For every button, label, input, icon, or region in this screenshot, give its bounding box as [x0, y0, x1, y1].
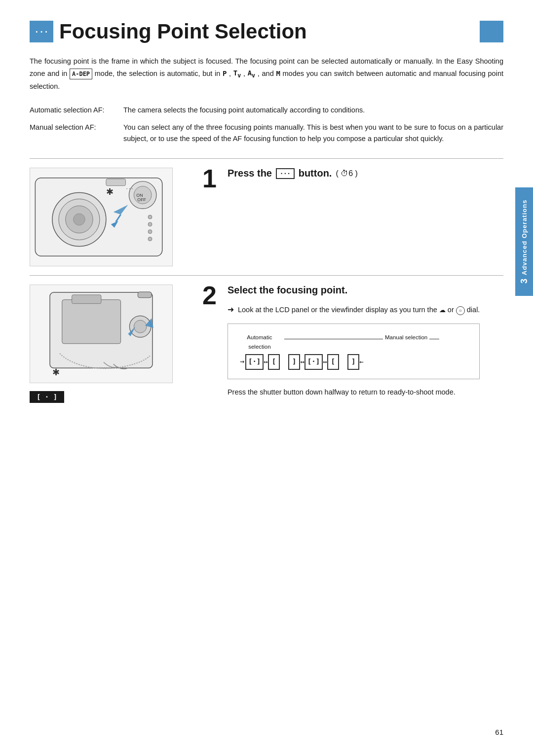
focus-seq-sep2: ↔	[300, 356, 304, 368]
select-focusing-point-label: Select the focusing point.	[228, 285, 347, 296]
mode-m: M	[276, 68, 280, 80]
page-number: 61	[495, 728, 503, 736]
focus-seq-sep1: ↔	[264, 356, 267, 368]
af-row-manual: Manual selection AF: You can select any …	[30, 122, 503, 144]
svg-rect-20	[62, 300, 121, 344]
mode-av: Av	[248, 68, 255, 81]
dial-thumb-icon: ☁	[439, 306, 446, 314]
step-2-body: ➜ Look at the LCD panel or the viewfinde…	[228, 303, 480, 398]
focus-seq-arrow: →	[240, 356, 244, 368]
step-1-content: 1 Press the ··· button. ( ⏱6 )	[202, 168, 503, 266]
svg-point-4	[74, 214, 85, 226]
focus-seq-sep3: ↔	[323, 356, 327, 368]
step-1-heading: Press the ··· button. ( ⏱6 )	[228, 168, 358, 179]
af-auto-label: Automatic selection AF:	[30, 105, 123, 116]
sidebar-label: Advanced Operations	[521, 200, 528, 275]
step-2-row: ✱ [ · ]	[30, 275, 503, 414]
step-2-camera-image: ✱	[30, 285, 173, 383]
af-row-automatic: Automatic selection AF: The camera selec…	[30, 105, 503, 116]
af-types-table: Automatic selection AF: The camera selec…	[30, 105, 503, 145]
svg-text:OFF: OFF	[137, 198, 146, 203]
mode-p: P	[223, 68, 227, 80]
auto-selection-label: Automatic selection	[240, 333, 279, 352]
focus-seq-right: [	[327, 354, 339, 370]
or-text: or	[448, 306, 456, 314]
af-manual-desc: You can select any of the three focusing…	[123, 122, 503, 144]
step-2-number: 2	[202, 283, 217, 308]
step-2-image-col: ✱ [ · ]	[30, 285, 188, 405]
focus-seq-left2: ]	[288, 354, 300, 370]
svg-point-23	[134, 321, 147, 333]
bottom-instruction: Press the shutter button down halfway to…	[228, 386, 480, 398]
svg-point-13	[148, 237, 152, 241]
button-label: button.	[299, 168, 332, 179]
af-button-icon: ···	[276, 168, 295, 179]
focus-sequence-row: → [·] ↔ [ ] ↔ [·] ↔ [	[240, 354, 467, 370]
step-1-image-col: ON OFF ✱ ···	[30, 168, 188, 266]
svg-point-12	[148, 230, 152, 234]
focus-seq-space2	[339, 356, 347, 368]
svg-text:✱: ✱	[52, 368, 60, 378]
focus-seq-space1	[280, 356, 288, 368]
manual-selection-label: Manual selection	[284, 333, 439, 352]
focus-seq-left: [	[268, 354, 280, 370]
svg-point-11	[148, 222, 152, 226]
svg-text:···: ···	[126, 186, 134, 191]
title-row: ··· Focusing Point Selection	[30, 20, 503, 43]
bullet-arrow: ➜	[228, 303, 234, 316]
af-manual-label: Manual selection AF:	[30, 122, 123, 144]
focus-seq-right2: ]	[347, 354, 359, 370]
step-1-row: ON OFF ✱ ···	[30, 158, 503, 275]
svg-rect-21	[72, 295, 101, 304]
adep-mode-badge: A-DEP	[70, 69, 92, 79]
focus-seq-center: [·]	[305, 354, 323, 370]
press-the-label: Press the	[228, 168, 272, 179]
step-1-camera-image: ON OFF ✱ ···	[30, 168, 173, 266]
svg-text:✱: ✱	[106, 187, 114, 197]
title-end-decoration	[480, 21, 503, 42]
af-auto-desc: The camera selects the focusing point au…	[123, 105, 503, 116]
svg-point-10	[148, 216, 152, 219]
sidebar-advanced-operations: 3 Advanced Operations	[515, 187, 533, 296]
intro-paragraph: The focusing point is the frame in which…	[30, 55, 503, 93]
focus-point-label-bar: [ · ]	[30, 391, 64, 403]
step-1-note: ( ⏱6 )	[336, 169, 357, 178]
step-2-heading: Select the focusing point.	[228, 285, 480, 296]
focus-seq-back-arrow: ←	[359, 356, 363, 368]
step-1-number: 1	[202, 166, 217, 191]
dial-main-icon: ○	[456, 306, 465, 315]
svg-rect-9	[106, 179, 126, 186]
sidebar-number: 3	[519, 278, 530, 284]
page-title: Focusing Point Selection	[59, 20, 480, 43]
manual-selection-bracket-line	[284, 339, 383, 339]
manual-selection-bracket-line2	[429, 339, 439, 339]
mode-tv: Tv	[233, 68, 241, 81]
focus-diagram: Automatic selection Manual selection	[228, 324, 480, 379]
steps-section: ON OFF ✱ ···	[30, 158, 503, 414]
title-icon: ···	[30, 21, 53, 42]
focus-seq-auto: [·]	[245, 354, 264, 370]
svg-rect-24	[138, 292, 152, 298]
step-2-content: 2 Select the focusing point. ➜ Look at t…	[202, 285, 503, 405]
